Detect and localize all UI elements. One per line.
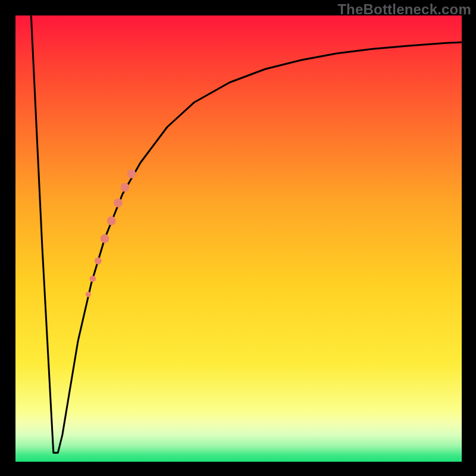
chart-frame: TheBottleneck.com (0, 0, 476, 476)
gradient-background (15, 15, 462, 462)
marker-dot (114, 199, 123, 208)
marker-dot (107, 217, 116, 226)
marker-dot (86, 292, 91, 297)
marker-dot (95, 258, 102, 265)
marker-dot (101, 234, 109, 243)
marker-dot (127, 170, 136, 178)
marker-dot (120, 183, 129, 192)
marker-dot (90, 275, 96, 282)
bottleneck-chart (15, 15, 462, 462)
watermark-text: TheBottleneck.com (337, 1, 471, 18)
